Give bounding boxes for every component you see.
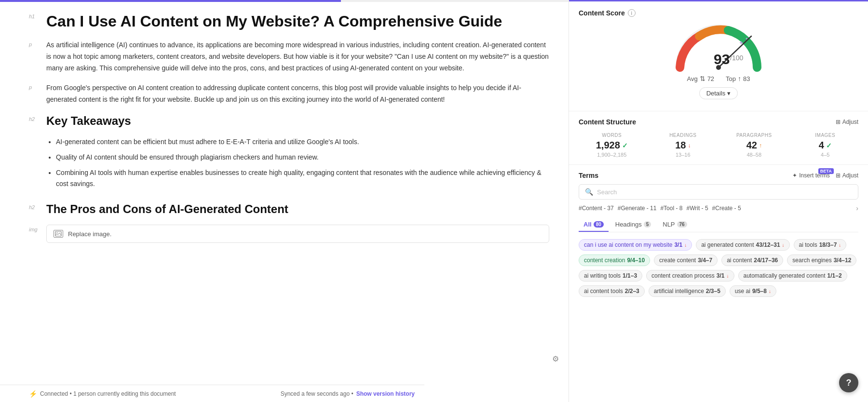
tab-headings-badge: 5 (644, 221, 651, 228)
tab-headings[interactable]: Headings 5 (610, 218, 656, 232)
term-chip[interactable]: content creation 9/4–10 (579, 255, 650, 266)
para1-block: p As artificial intelligence (AI) contin… (29, 40, 549, 74)
hashtags-expand-icon[interactable]: › (856, 204, 858, 212)
avg-label: Avg (687, 75, 697, 82)
terms-search-input[interactable] (597, 188, 852, 196)
adjust-label: Adjust (842, 119, 858, 125)
bullet-list: AI-generated content can be efficient bu… (46, 136, 549, 190)
hashtag-chip-4[interactable]: #Create - 5 (712, 205, 741, 212)
h1-block: h1 Can I Use AI Content on My Website? A… (29, 12, 549, 31)
top-stat: Top ↑ 83 (726, 75, 750, 82)
term-chip[interactable]: use ai 9/5–8↓ (730, 285, 776, 297)
paragraphs-arrow-icon: ↑ (759, 142, 762, 149)
details-button[interactable]: Details ▾ (699, 87, 738, 99)
show-history-link[interactable]: Show version history (356, 390, 415, 397)
term-chip-label: can i use ai content on my website (584, 241, 672, 248)
term-chip[interactable]: automatically generated content 1/1–2 (738, 270, 847, 281)
tab-nlp[interactable]: NLP 76 (658, 218, 692, 232)
h1-label: h1 (29, 12, 41, 19)
para1-label: p (29, 40, 41, 47)
tab-headings-label: Headings (615, 221, 642, 228)
terms-search-bar[interactable]: 🔍 (579, 184, 858, 200)
term-chip[interactable]: ai generated content 43/12–31↓ (696, 239, 789, 251)
term-chip-label: automatically generated content (744, 272, 826, 279)
top-label: Top (726, 75, 736, 82)
headings-label: HEADINGS (669, 133, 696, 138)
h2-label: h2 (29, 114, 41, 122)
images-check-icon: ✓ (826, 142, 832, 149)
term-chip-count: 18/3–7 (819, 241, 837, 248)
terms-header: Terms ✦ Insert terms BETA ⊞ Adjust (579, 172, 858, 179)
term-chip[interactable]: create content 3/4–7 (654, 255, 718, 266)
term-chip[interactable]: content creation process 3/1↓ (646, 270, 734, 281)
terms-grid: can i use ai content on my website 3/1↓a… (579, 239, 858, 297)
para2-text[interactable]: From Google's perspective on AI content … (46, 82, 549, 106)
para1-text[interactable]: As artificial intelligence (AI) continue… (46, 40, 549, 74)
images-range: 4–5 (821, 152, 829, 158)
term-chip[interactable]: ai content tools 2/2–3 (579, 285, 645, 297)
term-arrow-icon: ↓ (782, 242, 785, 248)
structure-adjust-button[interactable]: ⊞ Adjust (836, 119, 858, 125)
image-icon (54, 230, 63, 238)
bottom-bar: ⚡ Connected • 1 person currently editing… (0, 385, 424, 402)
headings-arrow-icon: ↓ (688, 142, 691, 149)
structure-header: Content Structure ⊞ Adjust (579, 118, 858, 126)
h1-heading[interactable]: Can I Use AI Content on My Website? A Co… (46, 12, 549, 31)
words-stat: WORDS 1,928 ✓ 1,900–2,185 (579, 133, 645, 158)
terms-adjust-button[interactable]: ⊞ Adjust (836, 172, 858, 179)
tab-nlp-label: NLP (663, 221, 675, 228)
term-chip-label: ai content tools (584, 288, 623, 295)
hashtag-chip-3[interactable]: #Writ - 5 (686, 205, 708, 212)
term-chip-label: create content (659, 257, 696, 264)
bullets-block: AI-generated content can be efficient bu… (29, 136, 549, 194)
term-chip[interactable]: ai content 24/17–36 (721, 255, 783, 266)
avg-value: 72 (707, 75, 714, 82)
h2-pros-label: h2 (29, 202, 41, 210)
term-chip-count: 3/4–7 (698, 257, 712, 264)
sparkle-icon: ✦ (792, 172, 797, 179)
term-chip[interactable]: search engines 3/4–12 (787, 255, 856, 266)
hashtag-chip-0[interactable]: #Content - 37 (579, 205, 614, 212)
words-value: 1,928 ✓ (596, 140, 628, 151)
svg-text:✦: ✦ (739, 40, 744, 46)
sync-text: Synced a few seconds ago • (281, 390, 353, 397)
headings-value: 18 ↓ (675, 140, 691, 151)
para2-label: p (29, 82, 41, 90)
term-chip-count: 2/2–3 (625, 288, 639, 295)
term-chip-label: use ai (735, 288, 750, 295)
stats-grid: WORDS 1,928 ✓ 1,900–2,185 HEADINGS 18 ↓ … (579, 133, 858, 158)
list-item: AI-generated content can be efficient bu… (56, 136, 549, 148)
score-title: Content Score i (579, 9, 858, 17)
info-icon[interactable]: i (628, 9, 636, 17)
term-chip-label: ai tools (799, 241, 817, 248)
hashtag-chip-1[interactable]: #Generate - 11 (618, 205, 657, 212)
term-chip-count: 3/1 (674, 241, 682, 248)
h2-takeaways-block: h2 Key Takeaways (29, 114, 549, 128)
replace-image-text: Replace image. (68, 230, 111, 238)
words-range: 1,900–2,185 (597, 152, 626, 158)
hashtag-chip-2[interactable]: #Tool - 8 (660, 205, 682, 212)
term-chip[interactable]: ai tools 18/3–7↓ (794, 239, 847, 251)
settings-icon[interactable]: ⚙ (552, 354, 559, 363)
term-chip[interactable]: ai writing tools 1/1–3 (579, 270, 642, 281)
terms-tabs: All 80 Headings 5 NLP 76 (579, 218, 858, 232)
svg-text:✦: ✦ (745, 37, 748, 41)
tab-all[interactable]: All 80 (579, 218, 609, 232)
score-label: Content Score (579, 9, 625, 17)
term-chip[interactable]: can i use ai content on my website 3/1↓ (579, 239, 692, 251)
structure-title: Content Structure (579, 118, 636, 126)
term-chip-count: 1/1–2 (827, 272, 842, 279)
term-chip-label: ai content (727, 257, 752, 264)
images-label: IMAGES (815, 133, 835, 138)
term-chip-label: ai writing tools (584, 272, 621, 279)
terms-title: Terms (579, 172, 598, 179)
insert-terms-button[interactable]: ✦ Insert terms BETA (792, 172, 829, 179)
bullets-label (29, 136, 41, 138)
term-chip[interactable]: artificial intelligence 2/3–5 (649, 285, 726, 297)
editor-panel: h1 Can I Use AI Content on My Website? A… (0, 0, 569, 402)
term-chip-count: 9/4–10 (627, 257, 645, 264)
replace-image-button[interactable]: Replace image. (46, 225, 549, 243)
help-button[interactable]: ? (839, 373, 858, 392)
h2-pros[interactable]: The Pros and Cons of AI-Generated Conten… (46, 202, 549, 216)
h2-takeaways[interactable]: Key Takeaways (46, 114, 549, 128)
